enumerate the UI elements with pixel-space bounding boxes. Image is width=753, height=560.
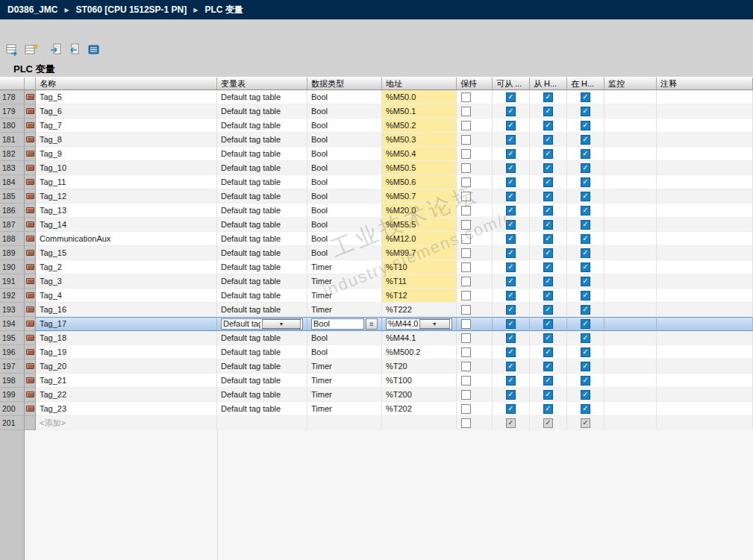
accessible-checkbox[interactable]	[506, 107, 516, 116]
cell-tag-table[interactable]: Default tag table	[217, 331, 307, 345]
cell-tag-table[interactable]: Default tag table	[217, 147, 307, 161]
cell-name[interactable]: Tag_2	[36, 260, 217, 274]
accessible-checkbox[interactable]	[506, 135, 516, 145]
cell-address[interactable]: %M50.4	[382, 147, 457, 161]
cell-visible-hmi[interactable]	[567, 218, 604, 232]
writable-hmi-checkbox[interactable]	[543, 418, 553, 428]
cell-writable-hmi[interactable]	[530, 246, 567, 260]
accessible-checkbox[interactable]	[506, 177, 516, 187]
writable-hmi-checkbox[interactable]	[543, 149, 553, 159]
cell-name[interactable]: Tag_22	[36, 388, 217, 402]
cell-visible-hmi[interactable]	[567, 317, 604, 331]
table-row[interactable]: 185Tag_12Default tag tableBool%M50.7	[0, 189, 753, 204]
cell-comment[interactable]	[657, 374, 753, 388]
cell-name[interactable]: Tag_9	[36, 147, 217, 161]
cell-tag-table[interactable]: Default tag table	[217, 289, 307, 303]
cell-tag-table[interactable]: Default tag table	[217, 204, 307, 218]
cell-address[interactable]: %M44.1	[382, 331, 457, 345]
cell-accessible[interactable]	[493, 204, 530, 218]
cell-data-type[interactable]: Bool	[307, 175, 382, 189]
cell-comment[interactable]	[657, 133, 753, 147]
visible-hmi-checkbox[interactable]	[581, 121, 590, 130]
writable-hmi-checkbox[interactable]	[543, 206, 553, 215]
accessible-checkbox[interactable]	[506, 390, 516, 400]
cell-data-type[interactable]: Bool	[307, 232, 382, 246]
cell-retain[interactable]	[457, 374, 493, 388]
table-row[interactable]: 194Tag_17Default tag tableBool%M44.0	[0, 317, 753, 331]
cell-tag-table[interactable]: Default tag table	[217, 175, 307, 189]
cell-comment[interactable]	[657, 289, 753, 303]
breadcrumb-project[interactable]: D0386_JMC	[6, 4, 59, 15]
table-row[interactable]: 193Tag_16Default tag tableTimer%T222	[0, 303, 753, 317]
accessible-checkbox[interactable]	[506, 206, 516, 215]
cell-accessible[interactable]	[493, 317, 530, 331]
cell-address[interactable]: %M50.5	[382, 161, 457, 175]
accessible-checkbox[interactable]	[506, 262, 516, 272]
writable-hmi-checkbox[interactable]	[543, 319, 553, 329]
table-row[interactable]: 189Tag_15Default tag tableBool%M99.7	[0, 246, 753, 260]
cell-visible-hmi[interactable]	[567, 232, 604, 246]
cell-accessible[interactable]	[493, 246, 530, 260]
cell-name[interactable]: CommunicationAux	[36, 232, 217, 246]
visible-hmi-checkbox[interactable]	[581, 376, 590, 386]
cell-name[interactable]: Tag_15	[36, 246, 217, 260]
cell-writable-hmi[interactable]	[530, 274, 567, 289]
visible-hmi-checkbox[interactable]	[581, 192, 590, 201]
cell-comment[interactable]	[657, 175, 753, 189]
cell-comment[interactable]	[657, 119, 753, 133]
cell-visible-hmi[interactable]	[567, 289, 604, 303]
cell-address[interactable]: %M500.2	[382, 345, 457, 359]
visible-hmi-checkbox[interactable]	[581, 347, 590, 357]
accessible-checkbox[interactable]	[506, 220, 516, 230]
cell-writable-hmi[interactable]	[530, 317, 567, 331]
header-retain[interactable]: 保持	[457, 78, 493, 89]
writable-hmi-checkbox[interactable]	[543, 277, 553, 286]
cell-accessible[interactable]	[493, 260, 530, 274]
cell-retain[interactable]	[457, 232, 493, 246]
cell-retain[interactable]	[457, 204, 493, 218]
table-row[interactable]: 191Tag_3Default tag tableTimer%T11	[0, 274, 753, 289]
cell-visible-hmi[interactable]	[567, 331, 604, 345]
writable-hmi-checkbox[interactable]	[543, 92, 553, 102]
cell-tag-table[interactable]: Default tag table	[217, 274, 307, 289]
writable-hmi-checkbox[interactable]	[543, 390, 553, 400]
cell-address[interactable]: %T202	[382, 402, 457, 416]
cell-name[interactable]: Tag_16	[36, 303, 217, 317]
cell-data-type[interactable]: Bool	[307, 331, 382, 345]
accessible-checkbox[interactable]	[506, 305, 516, 315]
cell-tag-table[interactable]: Default tag table	[217, 402, 307, 416]
row-number[interactable]: 178	[0, 90, 25, 104]
add-row-button[interactable]	[22, 43, 40, 60]
header-writable-hmi[interactable]: 从 H...	[530, 78, 567, 89]
table-row[interactable]: 186Tag_13Default tag tableBool%M20.0	[0, 204, 753, 218]
cell-address[interactable]: %T10	[382, 260, 457, 274]
visible-hmi-checkbox[interactable]	[581, 333, 590, 343]
cell-tag-table[interactable]: Default tag table	[217, 119, 307, 133]
table-row[interactable]: 183Tag_10Default tag tableBool%M50.5	[0, 161, 753, 175]
accessible-checkbox[interactable]	[506, 291, 516, 301]
cell-accessible[interactable]	[493, 189, 530, 204]
cell-writable-hmi[interactable]	[530, 289, 567, 303]
cell-comment[interactable]	[657, 345, 753, 359]
accessible-checkbox[interactable]	[506, 92, 516, 102]
cell-data-type[interactable]: Timer	[307, 289, 382, 303]
cell-visible-hmi[interactable]	[567, 374, 604, 388]
cell-accessible[interactable]	[493, 104, 530, 119]
cell-address[interactable]	[382, 416, 457, 430]
table-row[interactable]: 178Tag_5Default tag tableBool%M50.0	[0, 90, 753, 104]
visible-hmi-checkbox[interactable]	[581, 305, 590, 315]
cell-name[interactable]: Tag_6	[36, 104, 217, 119]
cell-tag-table[interactable]: Default tag table	[217, 388, 307, 402]
visible-hmi-checkbox[interactable]	[581, 418, 590, 428]
cell-comment[interactable]	[657, 189, 753, 204]
cell-retain[interactable]	[457, 388, 493, 402]
cell-accessible[interactable]	[493, 289, 530, 303]
visible-hmi-checkbox[interactable]	[581, 135, 590, 145]
cell-visible-hmi[interactable]	[567, 147, 604, 161]
cell-comment[interactable]	[657, 147, 753, 161]
cell-visible-hmi[interactable]	[567, 345, 604, 359]
cell-data-type[interactable]: Bool	[307, 345, 382, 359]
cell-writable-hmi[interactable]	[530, 104, 567, 119]
accessible-checkbox[interactable]	[506, 277, 516, 286]
cell-writable-hmi[interactable]	[530, 374, 567, 388]
